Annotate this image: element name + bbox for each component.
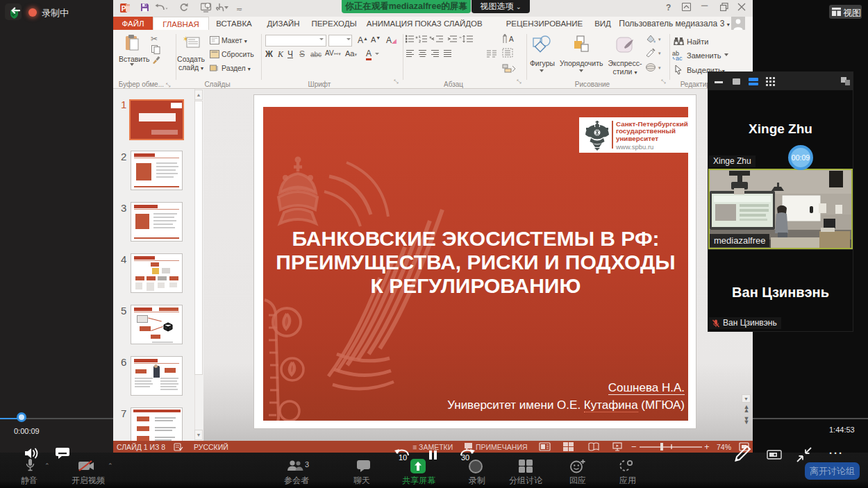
svg-text:ac: ac <box>676 55 683 61</box>
svg-text:30: 30 <box>461 453 469 462</box>
svg-text:10: 10 <box>399 453 407 462</box>
svg-text:P: P <box>122 5 126 12</box>
svg-text:А: А <box>509 35 514 43</box>
